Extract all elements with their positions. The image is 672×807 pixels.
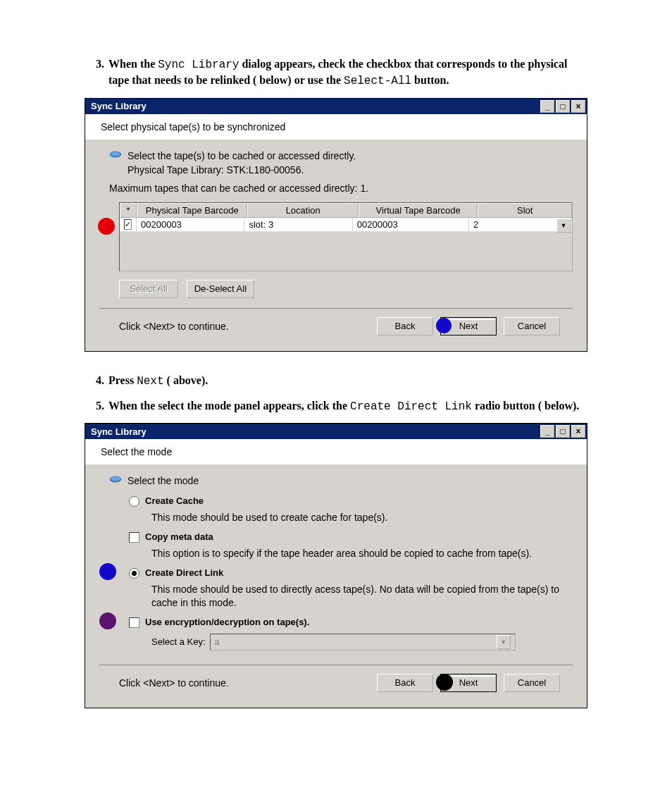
select-all-button[interactable]: Select All (119, 280, 178, 298)
cell-vbarcode: 00200003 (353, 218, 469, 231)
footer-hint: Click <Next> to continue. (119, 677, 377, 689)
sync-library-dialog-2: Sync Library _ □ × Select the mode Selec… (85, 423, 587, 708)
checkbox-copy-meta[interactable]: Copy meta data (129, 529, 573, 546)
checkbox-icon[interactable] (129, 617, 139, 628)
maximize-button[interactable]: □ (556, 425, 570, 438)
callout-marker-blue (99, 563, 116, 580)
tape-icon (109, 474, 122, 484)
select-key-label: Select a Key: (151, 636, 206, 647)
cell-slot[interactable]: 2 ▼ (469, 218, 572, 231)
hint-text: Select the mode (127, 474, 199, 488)
close-button[interactable]: × (571, 425, 585, 438)
checkbox-encryption[interactable]: Use encryption/decryption on tape(s). (129, 614, 573, 631)
copy-meta-desc: This option is to specify if the tape he… (129, 546, 573, 565)
titlebar: Sync Library _ □ × (85, 99, 587, 114)
step-5: 5. When the select the mode panel appear… (85, 398, 587, 414)
cancel-button[interactable]: Cancel (504, 674, 560, 692)
sync-library-dialog-1: Sync Library _ □ × Select physical tape(… (85, 98, 587, 352)
step-text: When the Sync Library dialog appears, ch… (108, 56, 587, 90)
row-checkbox[interactable]: ✓ (124, 219, 132, 230)
max-tapes-line: Maximum tapes that can be cached or acce… (99, 175, 573, 199)
radio-icon[interactable] (129, 568, 139, 579)
col-location: Location (247, 203, 358, 218)
col-physical-barcode: Physical Tape Barcode (137, 203, 247, 218)
radio-create-direct-link[interactable]: Create Direct Link (129, 565, 573, 581)
tape-icon (109, 149, 122, 159)
radio-create-cache[interactable]: Create Cache (129, 493, 573, 510)
maximize-button[interactable]: □ (556, 100, 570, 113)
chevron-down-icon[interactable]: ▼ (497, 635, 511, 649)
close-button[interactable]: × (571, 100, 585, 113)
create-cache-desc: This mode should be used to create cache… (129, 510, 573, 529)
step-text: Press Next ( above). (108, 373, 587, 389)
panel-subheading: Select the mode (85, 439, 587, 464)
step-text: When the select the mode panel appears, … (108, 398, 587, 414)
minimize-button[interactable]: _ (540, 100, 554, 113)
row-checkbox-cell[interactable]: ✓ (120, 218, 137, 231)
table-row[interactable]: ✓ 00200003 slot: 3 00200003 2 ▼ (120, 218, 572, 232)
titlebar: Sync Library _ □ × (85, 424, 587, 439)
back-button[interactable]: Back (377, 674, 433, 692)
cell-location: slot: 3 (244, 218, 352, 231)
deselect-all-button[interactable]: De-Select All (187, 280, 254, 298)
window-title: Sync Library (91, 101, 147, 111)
callout-marker-purple (99, 612, 116, 629)
window-title: Sync Library (91, 426, 147, 437)
step-3: 3. When the Sync Library dialog appears,… (85, 56, 587, 90)
callout-marker-red (98, 218, 115, 235)
minimize-button[interactable]: _ (540, 425, 554, 438)
step-number: 5. (85, 398, 108, 414)
hint-text: Select the tape(s) to be cached or acces… (127, 149, 356, 164)
step-number: 4. (85, 373, 108, 389)
table-header: * Physical Tape Barcode Location Virtual… (120, 203, 572, 218)
step-number: 3. (85, 56, 108, 90)
tape-table: * Physical Tape Barcode Location Virtual… (119, 202, 573, 271)
svg-point-1 (111, 152, 120, 156)
step-4: 4. Press Next ( above). (85, 373, 587, 389)
back-button[interactable]: Back (377, 317, 433, 335)
callout-marker-black (436, 674, 453, 691)
panel-subheading: Select physical tape(s) to be synchroniz… (85, 114, 587, 140)
slot-dropdown-button[interactable]: ▼ (556, 218, 571, 233)
select-key-dropdown[interactable]: a ▼ (210, 634, 516, 651)
cancel-button[interactable]: Cancel (504, 317, 560, 335)
library-line: Physical Tape Library: STK:L180-00056. (99, 164, 573, 175)
svg-point-3 (111, 476, 120, 481)
direct-link-desc: This mode should be used to directly ace… (129, 581, 573, 614)
checkbox-icon[interactable] (129, 532, 139, 543)
footer-hint: Click <Next> to continue. (119, 321, 377, 332)
radio-icon[interactable] (129, 496, 139, 507)
col-star: * (120, 203, 137, 218)
cell-barcode: 00200003 (137, 218, 244, 231)
col-virtual-barcode: Virtual Tape Barcode (359, 203, 478, 218)
col-slot: Slot (478, 203, 572, 218)
